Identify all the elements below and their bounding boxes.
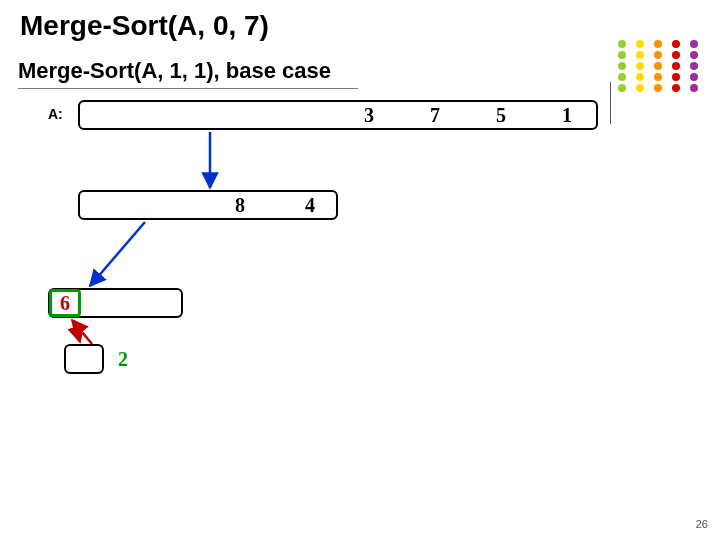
slide: Merge-Sort(A, 0, 7) Merge-Sort(A, 1, 1),… bbox=[0, 0, 720, 540]
svg-point-3 bbox=[618, 73, 626, 81]
svg-point-18 bbox=[672, 73, 680, 81]
slide-title: Merge-Sort(A, 0, 7) bbox=[20, 10, 269, 42]
svg-point-13 bbox=[654, 73, 662, 81]
array-a-label: A: bbox=[48, 106, 63, 122]
svg-point-14 bbox=[654, 84, 662, 92]
svg-point-15 bbox=[672, 40, 680, 48]
svg-point-20 bbox=[690, 40, 698, 48]
svg-line-26 bbox=[90, 222, 145, 286]
half-cell-3: 4 bbox=[295, 194, 325, 217]
svg-point-17 bbox=[672, 62, 680, 70]
svg-point-10 bbox=[654, 40, 662, 48]
svg-point-8 bbox=[636, 73, 644, 81]
svg-point-4 bbox=[618, 84, 626, 92]
svg-point-5 bbox=[636, 40, 644, 48]
svg-point-11 bbox=[654, 51, 662, 59]
dot-grid-svg bbox=[616, 38, 706, 94]
svg-point-16 bbox=[672, 51, 680, 59]
svg-line-28 bbox=[72, 320, 92, 344]
divider-line bbox=[610, 82, 611, 124]
half-cell-2: 8 bbox=[225, 194, 255, 217]
quarter-cell-0: 6 bbox=[50, 292, 80, 315]
array-cell-6: 5 bbox=[486, 104, 516, 127]
svg-point-22 bbox=[690, 62, 698, 70]
decorative-dot-grid bbox=[616, 38, 706, 94]
array-box-single bbox=[64, 344, 104, 374]
svg-point-7 bbox=[636, 62, 644, 70]
array-cell-5: 7 bbox=[420, 104, 450, 127]
svg-line-27 bbox=[74, 320, 80, 342]
array-cell-4: 3 bbox=[354, 104, 384, 127]
subtitle-note: , base case bbox=[214, 58, 331, 83]
svg-point-19 bbox=[672, 84, 680, 92]
svg-point-6 bbox=[636, 51, 644, 59]
svg-point-2 bbox=[618, 62, 626, 70]
single-cell-0: 2 bbox=[108, 348, 138, 371]
array-box-full bbox=[78, 100, 598, 130]
svg-point-21 bbox=[690, 51, 698, 59]
svg-point-24 bbox=[690, 84, 698, 92]
svg-point-23 bbox=[690, 73, 698, 81]
array-cell-7: 1 bbox=[552, 104, 582, 127]
page-number: 26 bbox=[696, 518, 708, 530]
svg-point-1 bbox=[618, 51, 626, 59]
subtitle-call: Merge-Sort(A, 1, 1) bbox=[18, 58, 214, 83]
slide-subtitle: Merge-Sort(A, 1, 1), base case bbox=[18, 58, 368, 88]
subtitle-underline bbox=[18, 88, 358, 89]
svg-point-9 bbox=[636, 84, 644, 92]
svg-point-12 bbox=[654, 62, 662, 70]
svg-point-0 bbox=[618, 40, 626, 48]
